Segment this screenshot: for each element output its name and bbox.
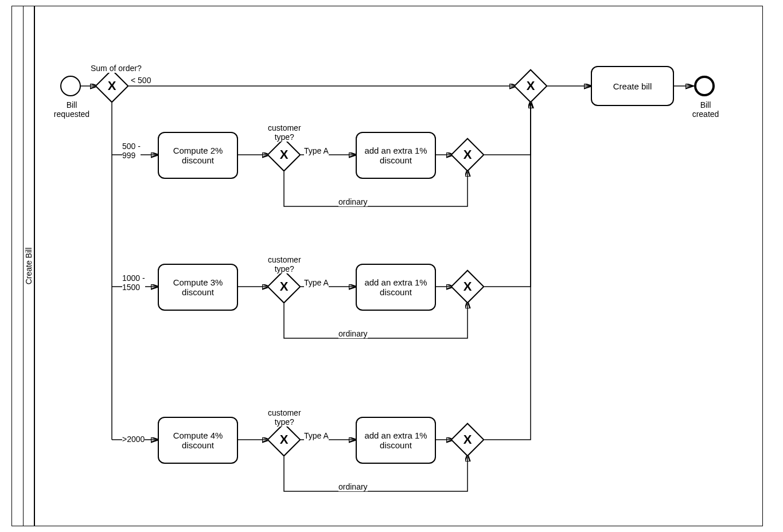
task-compute-2pct[interactable]: Compute 2% discount: [158, 132, 238, 179]
end-event-label: Bill created: [680, 100, 731, 119]
edge-gt2000: >2000: [122, 435, 145, 444]
edge-lt500: < 500: [131, 76, 151, 85]
start-event-label: Bill requested: [46, 100, 98, 119]
gateway-label-sum: Sum of order?: [91, 64, 142, 73]
gateway-label-custtype-2: customer type?: [268, 255, 301, 273]
edge-500-999: 500 - 999: [122, 142, 141, 160]
task-compute-3pct[interactable]: Compute 3% discount: [158, 264, 238, 311]
edge-typeA-2: Type A: [304, 278, 329, 287]
edge-1000-1500: 1000 - 1500: [122, 273, 145, 292]
gateway-label-custtype-3: customer type?: [268, 408, 301, 427]
edge-ordinary-2: ordinary: [338, 329, 368, 338]
task-extra-1pct-3[interactable]: add an extra 1% discount: [356, 417, 436, 464]
start-event[interactable]: [60, 76, 81, 96]
gateway-label-custtype-1: customer type?: [268, 123, 301, 142]
bpmn-diagram: Create Bill: [0, 0, 783, 532]
edge-ordinary-1: ordinary: [338, 197, 368, 206]
edge-ordinary-3: ordinary: [338, 482, 368, 491]
task-extra-1pct-1[interactable]: add an extra 1% discount: [356, 132, 436, 179]
task-compute-4pct[interactable]: Compute 4% discount: [158, 417, 238, 464]
edge-typeA-1: Type A: [304, 146, 329, 155]
lane-title-text: Create Bill: [24, 248, 33, 285]
task-create-bill[interactable]: Create bill: [591, 66, 674, 106]
lane-title: Create Bill: [23, 6, 34, 526]
task-extra-1pct-2[interactable]: add an extra 1% discount: [356, 264, 436, 311]
end-event[interactable]: [694, 76, 715, 96]
edge-typeA-3: Type A: [304, 431, 329, 440]
